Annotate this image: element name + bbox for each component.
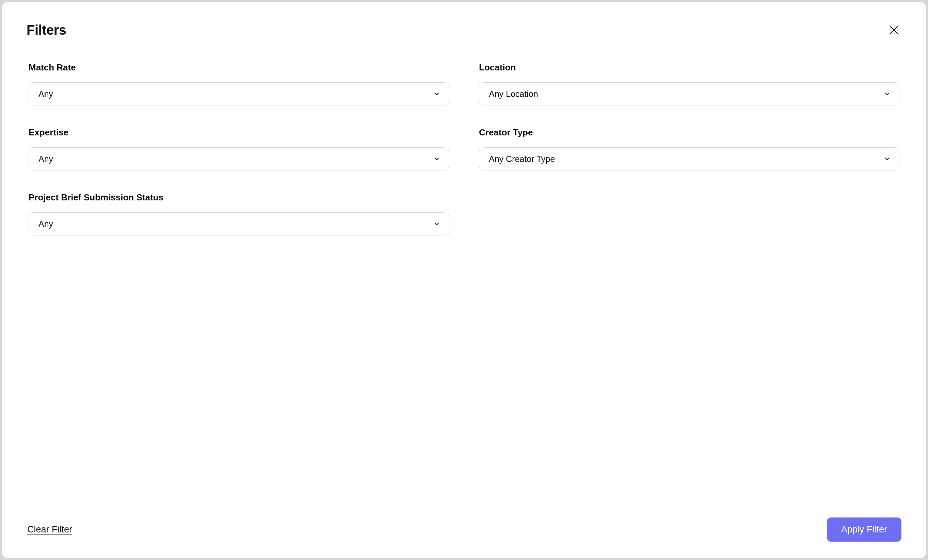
close-button[interactable] — [887, 23, 901, 37]
chevron-down-icon — [884, 90, 891, 97]
chevron-down-icon — [433, 90, 441, 97]
filter-label-expertise: Expertise — [29, 127, 449, 138]
filter-expertise: Expertise Any — [29, 127, 449, 170]
apply-filter-button[interactable]: Apply Filter — [827, 517, 901, 542]
select-value: Any Location — [489, 89, 538, 99]
select-submission-status[interactable]: Any — [29, 212, 449, 236]
filters-grid: Match Rate Any Location Any Location — [27, 62, 901, 236]
filter-label-match-rate: Match Rate — [29, 62, 449, 73]
select-expertise[interactable]: Any — [29, 147, 449, 170]
modal-header: Filters — [27, 23, 901, 38]
filter-location: Location Any Location — [479, 62, 899, 105]
filter-label-submission-status: Project Brief Submission Status — [29, 192, 449, 203]
filter-creator-type: Creator Type Any Creator Type — [479, 127, 899, 170]
filter-label-location: Location — [479, 62, 899, 73]
clear-filter-button[interactable]: Clear Filter — [27, 524, 72, 535]
modal-title: Filters — [27, 23, 66, 38]
select-location[interactable]: Any Location — [479, 82, 899, 105]
select-value: Any — [38, 89, 53, 99]
chevron-down-icon — [884, 155, 891, 163]
select-match-rate[interactable]: Any — [29, 82, 449, 105]
filter-label-creator-type: Creator Type — [479, 127, 899, 138]
chevron-down-icon — [433, 155, 441, 163]
filter-submission-status: Project Brief Submission Status Any — [29, 192, 449, 236]
filters-modal: Filters Match Rate Any Location — [2, 2, 926, 558]
modal-backdrop: Filters Match Rate Any Location — [0, 0, 928, 560]
select-value: Any Creator Type — [489, 154, 555, 164]
select-value: Any — [38, 219, 53, 229]
chevron-down-icon — [433, 220, 441, 228]
modal-footer: Clear Filter Apply Filter — [27, 493, 901, 542]
filter-match-rate: Match Rate Any — [29, 62, 449, 105]
close-icon — [888, 24, 900, 36]
select-creator-type[interactable]: Any Creator Type — [479, 147, 899, 170]
select-value: Any — [38, 154, 53, 164]
